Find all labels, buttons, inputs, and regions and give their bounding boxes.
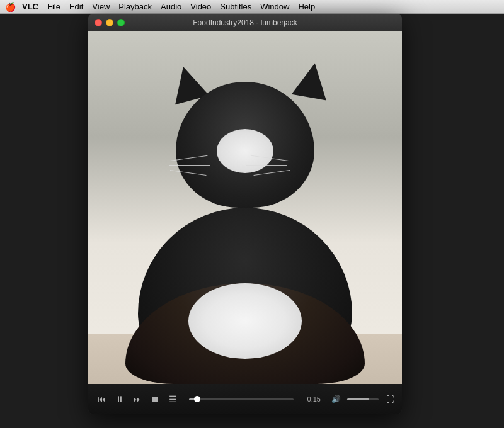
forward-button[interactable] — [131, 393, 144, 405]
video-area[interactable] — [88, 31, 402, 384]
volume-track[interactable] — [347, 398, 379, 400]
menu-video[interactable]: Video — [190, 2, 211, 11]
minimize-button[interactable] — [106, 19, 113, 26]
volume-fill — [347, 398, 369, 400]
menu-subtitles[interactable]: Subtitles — [220, 2, 251, 11]
playlist-button[interactable] — [166, 393, 179, 405]
menubar: 🍎 VLC File Edit View Playback Audio Vide… — [0, 0, 504, 14]
fullscreen-button[interactable] — [386, 395, 394, 404]
app-name[interactable]: VLC — [22, 2, 38, 11]
window-title: FoodIndustry2018 - lumberjack — [193, 18, 297, 27]
maximize-button[interactable] — [117, 19, 125, 26]
vlc-window: FoodIndustry2018 - lumberjack — [88, 14, 402, 414]
progress-thumb — [194, 396, 200, 402]
whisker-right-2 — [246, 165, 287, 166]
menu-edit[interactable]: Edit — [69, 2, 83, 11]
menu-file[interactable]: File — [47, 2, 60, 11]
close-button[interactable] — [94, 19, 102, 26]
apple-menu[interactable]: 🍎 — [5, 2, 16, 12]
stop-button[interactable] — [149, 393, 161, 405]
rewind-button[interactable] — [96, 393, 108, 405]
menu-window[interactable]: Window — [260, 2, 289, 11]
volume-icon[interactable] — [329, 393, 342, 405]
controls-bar: 0:15 — [88, 384, 402, 414]
video-content — [88, 31, 402, 384]
play-pause-button[interactable] — [113, 393, 126, 405]
menu-view[interactable]: View — [92, 2, 110, 11]
progress-container[interactable] — [189, 398, 294, 400]
whisker-left-2 — [169, 165, 210, 166]
menu-audio[interactable]: Audio — [161, 2, 181, 11]
window-controls — [94, 19, 125, 26]
volume-container[interactable] — [347, 398, 379, 400]
cat-chest — [188, 283, 302, 359]
menu-playback[interactable]: Playback — [118, 2, 152, 11]
cat-ear-right — [292, 60, 333, 101]
cat-muzzle — [217, 129, 273, 173]
titlebar: FoodIndustry2018 - lumberjack — [88, 14, 402, 31]
progress-track[interactable] — [189, 398, 294, 400]
time-display: 0:15 — [307, 395, 321, 403]
menu-help[interactable]: Help — [298, 2, 315, 11]
